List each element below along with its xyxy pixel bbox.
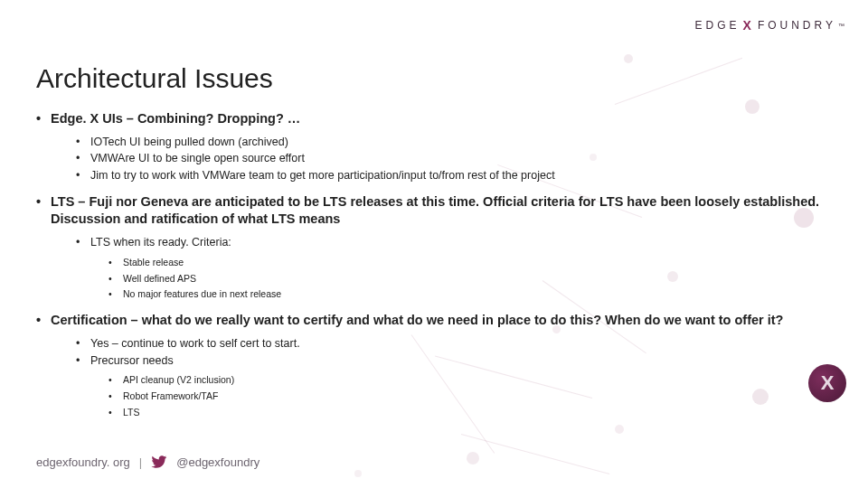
footer-separator: | xyxy=(139,455,142,469)
bullet-icon: • xyxy=(108,389,116,405)
bullet-icon: • xyxy=(76,167,83,184)
list-item-text: Robot Framework/TAF xyxy=(123,389,218,405)
sub-list: •IOTech UI being pulled down (archived)•… xyxy=(76,134,832,184)
footer-site: edgexfoundry. org xyxy=(36,455,130,469)
bullet-icon: • xyxy=(108,372,116,389)
bullet-list: •Edge. X UIs – Combining? Dropping? …•IO… xyxy=(36,110,832,421)
twitter-icon xyxy=(151,454,167,470)
bullet-icon: • xyxy=(76,352,83,370)
bullet-icon: • xyxy=(108,255,116,271)
list-item-text: VMWAre UI to be single open source effor… xyxy=(90,150,305,167)
list-item: •LTS xyxy=(108,405,832,421)
list-item-text: LTS when its ready. Criteria: xyxy=(90,234,231,251)
footer: edgexfoundry. org | @edgexfoundry xyxy=(36,454,259,470)
list-item: •IOTech UI being pulled down (archived) xyxy=(76,134,832,151)
list-item-text: Jim to try to work with VMWare team to g… xyxy=(90,167,555,184)
list-item-text: Yes – continue to work to self cert to s… xyxy=(90,335,300,352)
list-item: •Certification – what do we really want … xyxy=(36,312,832,421)
bullet-icon: • xyxy=(108,286,116,303)
bullet-icon: • xyxy=(76,150,83,167)
list-item-text: Certification – what do we really want t… xyxy=(51,312,783,330)
bullet-icon: • xyxy=(76,134,83,151)
list-item-text: Edge. X UIs – Combining? Dropping? … xyxy=(51,110,300,128)
footer-handle: @edgexfoundry xyxy=(176,455,259,469)
bullet-icon: • xyxy=(76,335,83,352)
bullet-icon: • xyxy=(36,110,43,128)
bullet-icon: • xyxy=(36,193,43,229)
list-item: •Jim to try to work with VMWare team to … xyxy=(76,167,832,184)
list-item-text: Stable release xyxy=(123,255,184,271)
list-item-text: LTS – Fuji nor Geneva are anticipated to… xyxy=(51,193,832,229)
bullet-icon: • xyxy=(108,271,116,287)
list-item: •Well defined APS xyxy=(108,271,832,287)
slide-content: Architectural Issues •Edge. X UIs – Comb… xyxy=(0,0,868,421)
list-item: •VMWAre UI to be single open source effo… xyxy=(76,150,832,167)
sub-list: •LTS when its ready. Criteria:•Stable re… xyxy=(76,234,832,303)
list-item: •API cleanup (V2 inclusion) xyxy=(108,372,832,389)
x-badge-glyph: X xyxy=(821,371,835,395)
list-item: •Robot Framework/TAF xyxy=(108,389,832,405)
page-title: Architectural Issues xyxy=(36,63,832,94)
list-item: •Yes – continue to work to self cert to … xyxy=(76,335,832,352)
list-item-text: Precursor needs xyxy=(90,352,174,370)
x-badge: X xyxy=(808,364,846,402)
bullet-icon: • xyxy=(108,405,116,421)
bullet-icon: • xyxy=(76,234,83,251)
list-item: •Stable release xyxy=(108,255,832,271)
sub-list: •Stable release•Well defined APS•No majo… xyxy=(108,255,832,304)
list-item: •LTS when its ready. Criteria:•Stable re… xyxy=(76,234,832,303)
list-item: •No major features due in next release xyxy=(108,286,832,303)
list-item: •Edge. X UIs – Combining? Dropping? …•IO… xyxy=(36,110,832,184)
list-item-text: Well defined APS xyxy=(123,271,196,287)
list-item-text: No major features due in next release xyxy=(123,286,281,303)
list-item: •LTS – Fuji nor Geneva are anticipated t… xyxy=(36,193,832,303)
bullet-icon: • xyxy=(36,312,43,330)
list-item-text: LTS xyxy=(123,405,139,421)
list-item-text: IOTech UI being pulled down (archived) xyxy=(90,134,288,151)
sub-list: •Yes – continue to work to self cert to … xyxy=(76,335,832,421)
list-item: •Precursor needs•API cleanup (V2 inclusi… xyxy=(76,352,832,421)
sub-list: •API cleanup (V2 inclusion)•Robot Framew… xyxy=(108,372,832,421)
list-item-text: API cleanup (V2 inclusion) xyxy=(123,372,234,389)
